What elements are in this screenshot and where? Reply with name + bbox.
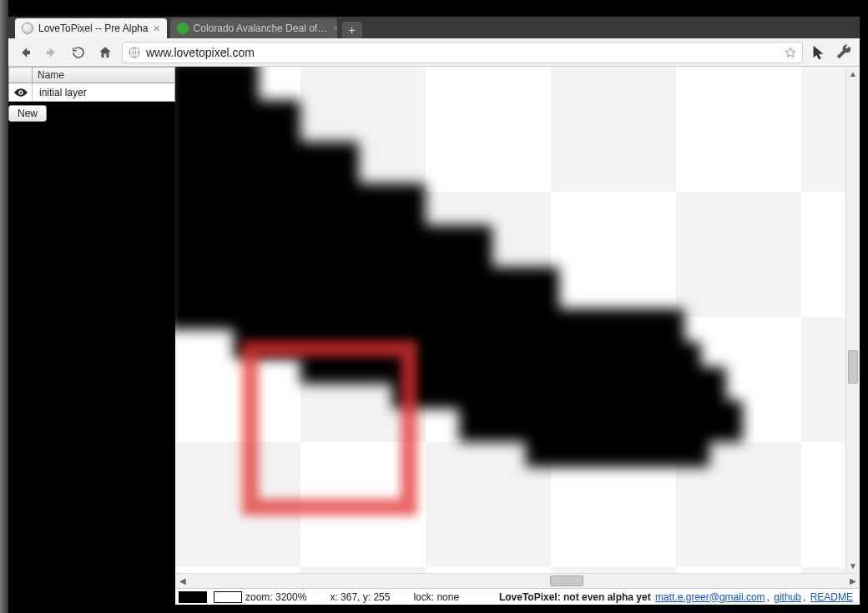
close-icon[interactable]: × — [153, 23, 159, 34]
back-button[interactable] — [15, 43, 35, 63]
foreground-color-swatch[interactable] — [179, 591, 207, 603]
plus-icon: + — [349, 23, 356, 37]
scroll-up-button[interactable]: ▲ — [846, 67, 860, 81]
vertical-scroll-thumb[interactable] — [848, 350, 858, 384]
horizontal-scroll-track[interactable] — [189, 574, 845, 588]
eye-icon — [14, 88, 28, 97]
svg-rect-6 — [175, 225, 492, 267]
wrench-icon[interactable] — [835, 43, 853, 62]
layer-row[interactable]: initial layer — [8, 83, 175, 102]
email-link[interactable]: matt.e.greer@gmail.com — [655, 591, 765, 603]
site-icon — [177, 23, 189, 34]
svg-rect-7 — [175, 267, 559, 309]
address-bar[interactable] — [122, 42, 803, 63]
star-icon[interactable] — [784, 46, 797, 59]
background-color-swatch[interactable] — [214, 591, 242, 603]
tab-title: LoveToPixel -- Pre Alpha — [38, 23, 148, 34]
new-layer-button[interactable]: New — [8, 105, 47, 122]
browser-toolbar — [8, 38, 860, 67]
github-link[interactable]: github — [774, 591, 801, 603]
coords-status: x: 367, y: 255 — [330, 591, 390, 603]
name-column-header: Name — [33, 69, 64, 81]
zoom-status: zoom: 3200% — [245, 591, 306, 603]
new-tab-button[interactable]: + — [342, 22, 362, 38]
tab-strip: LoveToPixel -- Pre Alpha × Colorado Aval… — [8, 17, 860, 38]
brush-cursor-outline — [242, 340, 417, 515]
layers-panel: Name initial layer — [8, 67, 175, 102]
cursor-tool-icon[interactable] — [810, 43, 828, 62]
layers-sidebar: Name initial layer New — [8, 67, 175, 122]
close-icon[interactable]: × — [332, 23, 336, 34]
tab-title: Colorado Avalanche Deal of… — [194, 23, 328, 34]
svg-rect-3 — [175, 100, 300, 142]
browser-tab-inactive[interactable]: Colorado Avalanche Deal of… × — [170, 18, 337, 38]
scroll-left-button[interactable]: ◀ — [175, 576, 189, 585]
globe-icon — [22, 23, 33, 34]
browser-tab-active[interactable]: LoveToPixel -- Pre Alpha × — [15, 18, 167, 38]
page-content: Name initial layer New — [8, 67, 860, 605]
status-bar: zoom: 3200% x: 367, y: 255 lock: none Lo… — [175, 588, 860, 605]
lock-status: lock: none — [413, 591, 459, 603]
svg-point-1 — [19, 91, 22, 93]
horizontal-scrollbar[interactable]: ◀ ▶ — [175, 573, 860, 588]
reload-button[interactable] — [68, 43, 88, 63]
status-right: LoveToPixel: not even alpha yet matt.e.g… — [499, 591, 855, 603]
home-button[interactable] — [95, 43, 115, 63]
readme-link[interactable]: README — [810, 591, 853, 603]
svg-rect-5 — [175, 183, 426, 225]
reload-icon — [71, 45, 86, 60]
layer-visibility-toggle[interactable] — [9, 83, 33, 101]
browser-window: LoveToPixel -- Pre Alpha × Colorado Aval… — [0, 0, 868, 613]
vertical-scrollbar[interactable]: ▲ ▼ — [845, 67, 860, 573]
app-tagline: LoveToPixel: not even alpha yet — [499, 591, 651, 603]
home-icon — [98, 45, 113, 60]
url-input[interactable] — [146, 46, 784, 59]
visibility-column-header — [9, 68, 33, 83]
svg-rect-2 — [175, 67, 259, 100]
svg-rect-13 — [526, 434, 709, 467]
svg-rect-4 — [175, 142, 359, 183]
arrow-right-icon — [44, 45, 59, 60]
canvas-viewport[interactable]: ▲ ▼ — [175, 67, 860, 573]
layers-header: Name — [8, 67, 175, 83]
forward-button[interactable] — [42, 43, 62, 63]
globe-icon — [128, 46, 141, 59]
layer-name: initial layer — [33, 87, 87, 98]
arrow-left-icon — [18, 45, 33, 60]
scroll-down-button[interactable]: ▼ — [846, 559, 860, 573]
horizontal-scroll-thumb[interactable] — [550, 575, 583, 586]
window-frame-left — [0, 0, 8, 613]
scroll-right-button[interactable]: ▶ — [845, 576, 860, 585]
